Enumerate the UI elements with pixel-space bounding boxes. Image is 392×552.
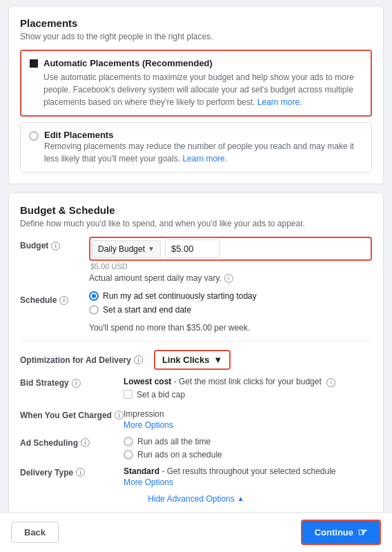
continue-label: Continue [315,527,353,538]
delivery-type-content: Standard - Get results throughout your s… [124,466,372,487]
link-clicks-label: Link Clicks [162,355,210,365]
footer-bar: Back Continue ☞ [0,512,392,552]
edit-placements-content: Edit Placements Removing placements may … [44,130,363,165]
when-charged-value: Impression [124,409,164,419]
schedule-option-dates-radio[interactable] [89,305,99,315]
ad-scheduling-row: Ad Scheduling i Run ads all the time Run… [20,437,372,460]
edit-placements-option[interactable]: Edit Placements Removing placements may … [20,122,372,172]
schedule-option-continuous[interactable]: Run my ad set continuously starting toda… [89,291,372,301]
when-charged-row: When You Get Charged i Impression More O… [20,409,372,430]
when-charged-info-icon[interactable]: i [115,411,124,420]
hide-advanced-options[interactable]: Hide Advanced Options ▲ [20,494,372,504]
schedule-info-icon[interactable]: i [59,296,68,305]
bid-strategy-row: Bid Strategy i Lowest cost - Get the mos… [20,377,372,402]
budget-usd-note: $5.00 USD [90,262,372,270]
budget-schedule-subtitle: Define how much you'd like to spend, and… [20,219,372,228]
budget-info-icon[interactable]: i [51,241,60,250]
budget-content: Daily Budget ▼ $5.00 USD Actual amount s… [89,237,372,283]
delivery-type-value: Standard [124,466,159,476]
bid-strategy-info-icon[interactable]: i [72,379,81,388]
when-charged-label: When You Get Charged i [20,409,124,420]
bid-strategy-label: Bid Strategy i [20,377,124,388]
selected-square-icon [30,59,38,68]
budget-type-chevron: ▼ [148,245,155,253]
schedule-option-continuous-radio[interactable] [89,291,99,301]
run-all-time-label: Run ads all the time [137,437,210,446]
link-clicks-button[interactable]: Link Clicks ▼ [154,350,231,370]
link-clicks-chevron: ▼ [214,355,223,365]
placements-section: Placements Show your ads to the right pe… [8,6,384,184]
schedule-label: Schedule i [20,291,89,305]
budget-schedule-section: Budget & Schedule Define how much you'd … [8,193,384,515]
when-charged-more-options[interactable]: More Options [124,420,372,430]
automatic-placements-option[interactable]: Automatic Placements (Recommended) Use a… [20,50,372,117]
delivery-type-label: Delivery Type i [20,466,124,477]
schedule-option-continuous-label: Run my ad set continuously starting toda… [103,291,257,301]
budget-row: Budget i Daily Budget ▼ $5.00 USD Actual… [20,237,372,283]
delivery-type-info-icon[interactable]: i [76,468,85,477]
hide-advanced-chevron: ▲ [237,495,244,502]
budget-input-row: Daily Budget ▼ [89,237,372,261]
delivery-type-desc: - Get results throughout your selected s… [161,466,335,476]
budget-amount-input[interactable] [165,239,220,258]
run-on-schedule-option[interactable]: Run ads on a schedule [124,450,372,460]
automatic-placements-desc: Use automatic placements to maximize you… [43,71,362,108]
bid-cap-row: Set a bid cap [124,390,372,400]
edit-placements-title: Edit Placements [44,130,363,140]
bid-desc-info-icon[interactable]: i [326,378,335,387]
cursor-icon: ☞ [357,526,367,539]
budget-label: Budget i [20,237,89,250]
optimization-info-icon[interactable]: i [134,355,143,364]
schedule-row: Schedule i Run my ad set continuously st… [20,291,372,333]
placements-subtitle: Show your ads to the right people in the… [20,32,372,41]
schedule-option-dates[interactable]: Set a start and end date [89,305,372,315]
hide-advanced-link[interactable]: Hide Advanced Options [148,494,234,504]
ad-scheduling-info-icon[interactable]: i [81,438,90,447]
bid-strategy-value: Lowest cost [124,377,171,386]
when-charged-content: Impression More Options [124,409,372,430]
schedule-option-dates-label: Set a start and end date [103,305,191,315]
continue-button[interactable]: Continue ☞ [301,520,381,545]
weekly-spend-note: You'll spend no more than $35.00 per wee… [89,323,372,333]
bid-strategy-desc: - Get the most link clicks for your budg… [174,377,322,386]
bid-cap-checkbox[interactable] [124,390,133,399]
edit-placements-desc: Removing placements may reduce the numbe… [44,140,363,165]
budget-type-select[interactable]: Daily Budget ▼ [92,240,161,258]
run-on-schedule-label: Run ads on a schedule [137,450,222,460]
automatic-placements-header: Automatic Placements (Recommended) [30,58,362,68]
run-all-time-radio[interactable] [124,437,133,446]
optimization-row: Optimization for Ad Delivery i Link Clic… [20,350,372,370]
back-button[interactable]: Back [11,522,59,543]
optimization-section: Optimization for Ad Delivery i Link Clic… [20,341,372,504]
delivery-type-row: Delivery Type i Standard - Get results t… [20,466,372,487]
actual-amount-info-icon[interactable]: i [224,274,233,283]
run-on-schedule-radio[interactable] [124,450,133,460]
placements-title: Placements [20,17,372,29]
delivery-type-more-options[interactable]: More Options [124,477,372,487]
ad-scheduling-content: Run ads all the time Run ads on a schedu… [124,437,372,460]
ad-scheduling-label: Ad Scheduling i [20,437,124,448]
automatic-learn-more-link[interactable]: Learn more. [257,97,302,107]
run-all-time-option[interactable]: Run ads all the time [124,437,372,446]
budget-schedule-title: Budget & Schedule [20,204,372,216]
actual-amount-note: Actual amount spent daily may vary. i [89,273,372,283]
edit-learn-more-link[interactable]: Learn more. [182,154,227,164]
bid-strategy-content: Lowest cost - Get the most link clicks f… [124,377,372,402]
schedule-content: Run my ad set continuously starting toda… [89,291,372,333]
automatic-placements-title: Automatic Placements (Recommended) [43,58,213,68]
edit-placements-radio[interactable] [29,131,39,141]
optimization-label: Optimization for Ad Delivery i [20,355,143,365]
bid-cap-label: Set a bid cap [137,390,185,400]
